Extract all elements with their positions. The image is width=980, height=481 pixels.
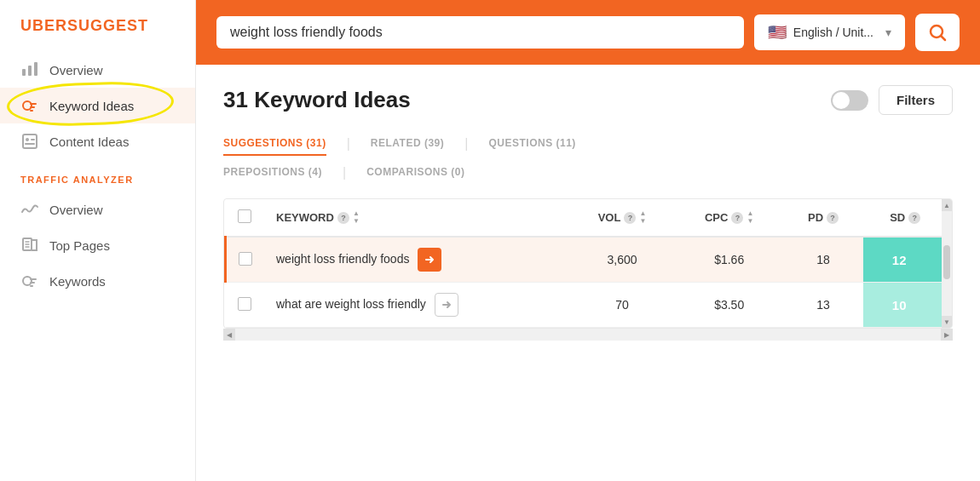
row1-link-button[interactable]	[418, 248, 441, 272]
vertical-scrollbar[interactable]: ▲ ▼	[942, 199, 952, 328]
sidebar-item-keyword-ideas[interactable]: Keyword Ideas	[0, 88, 195, 123]
search-input-wrapper[interactable]: weight loss friendly foods	[216, 16, 744, 49]
th-pd-label: PD	[808, 211, 823, 224]
svg-rect-0	[22, 69, 26, 76]
cpc-help-icon[interactable]: ?	[731, 212, 743, 224]
traffic-analyzer-title: TRAFFIC ANALYZER	[0, 159, 195, 192]
chart-bar-icon	[20, 60, 39, 79]
keyword-sort-icon[interactable]: ▲▼	[353, 210, 360, 225]
svg-rect-4	[30, 103, 37, 105]
header-checkbox[interactable]	[238, 209, 251, 223]
row2-link-button[interactable]	[435, 293, 458, 317]
th-vol: VOL ? ▲▼	[568, 199, 675, 237]
sidebar-item-overview[interactable]: Overview	[0, 52, 195, 88]
svg-point-12	[23, 277, 32, 285]
row1-cpc: $1.66	[676, 237, 783, 283]
sidebar-item-top-pages[interactable]: Top Pages	[0, 227, 195, 263]
th-checkbox	[226, 199, 265, 237]
sidebar-item-top-pages-label: Top Pages	[49, 238, 110, 253]
th-cpc-label: CPC	[705, 211, 728, 224]
sidebar-item-content-ideas[interactable]: Content Ideas	[0, 123, 195, 159]
svg-rect-1	[28, 66, 32, 76]
tab-comparisons[interactable]: COMPARISONS (0)	[366, 161, 464, 185]
svg-point-8	[26, 138, 29, 141]
search-query-text: weight loss friendly foods	[230, 25, 383, 40]
keyword-help-icon[interactable]: ?	[337, 212, 349, 224]
svg-rect-6	[30, 110, 33, 112]
keyword-table: KEYWORD ? ▲▼ VOL ?	[224, 199, 952, 328]
svg-rect-5	[30, 106, 35, 108]
scroll-right-arrow[interactable]: ▶	[941, 329, 953, 341]
language-text: English / Unit...	[793, 26, 873, 39]
tab-divider-3: |	[343, 165, 346, 180]
th-vol-label: VOL	[598, 211, 621, 224]
scroll-down-arrow[interactable]: ▼	[942, 316, 952, 328]
row1-keyword-text: weight loss friendly foods	[276, 251, 409, 268]
svg-rect-14	[30, 282, 35, 283]
search-bar: weight loss friendly foods 🇺🇸 English / …	[196, 0, 980, 65]
th-keyword-label: KEYWORD	[276, 211, 334, 224]
table-header-row: KEYWORD ? ▲▼ VOL ?	[226, 199, 953, 237]
svg-rect-7	[23, 135, 37, 148]
vol-sort-icon[interactable]: ▲▼	[639, 210, 646, 225]
table-row: what are weight loss friendly 70 $3.50 1…	[226, 283, 953, 328]
scroll-track	[943, 211, 951, 316]
sidebar-item-traffic-overview-label: Overview	[49, 203, 103, 217]
row1-checkbox-cell	[226, 237, 265, 283]
keyword-table-wrapper: KEYWORD ? ▲▼ VOL ?	[223, 198, 953, 329]
scroll-left-arrow[interactable]: ◀	[223, 329, 235, 341]
horizontal-scrollbar[interactable]: ◀ ▶	[223, 329, 953, 341]
svg-rect-15	[30, 285, 33, 287]
sidebar-item-overview-label: Overview	[49, 63, 103, 77]
vol-help-icon[interactable]: ?	[624, 212, 636, 224]
h-scroll-track	[235, 330, 941, 339]
content-icon	[20, 132, 39, 151]
svg-point-3	[23, 101, 32, 110]
th-sd-label: SD	[890, 211, 905, 224]
keyword-count-title: 31 Keyword Ideas	[223, 87, 411, 113]
row1-pd: 18	[783, 237, 864, 283]
tab-divider-2: |	[464, 136, 468, 152]
tab-divider-1: |	[347, 136, 350, 152]
row2-sd: 10	[863, 283, 952, 328]
scroll-thumb[interactable]	[943, 245, 950, 279]
cpc-sort-icon[interactable]: ▲▼	[747, 210, 753, 225]
tab-questions[interactable]: QUESTIONS (11)	[488, 132, 575, 156]
tab-prepositions[interactable]: PREPOSITIONS (4)	[223, 161, 322, 185]
row1-checkbox[interactable]	[239, 252, 252, 266]
flag-icon: 🇺🇸	[768, 23, 787, 42]
sidebar-item-content-ideas-label: Content Ideas	[49, 135, 129, 149]
main-content: weight loss friendly foods 🇺🇸 English / …	[196, 0, 980, 481]
sidebar-item-traffic-overview[interactable]: Overview	[0, 192, 195, 227]
th-cpc: CPC ? ▲▼	[676, 199, 783, 237]
row1-sd: 12	[863, 237, 952, 283]
content-area: 31 Keyword Ideas Filters SUGGESTIONS (31…	[196, 65, 980, 481]
sidebar-logo: UBERSUGGEST	[0, 17, 195, 52]
filters-button[interactable]: Filters	[879, 85, 953, 115]
tab-suggestions[interactable]: SUGGESTIONS (31)	[223, 132, 326, 156]
tab-related[interactable]: RELATED (39)	[371, 132, 444, 156]
scroll-up-arrow[interactable]: ▲	[942, 199, 952, 211]
sub-tabs-row2: PREPOSITIONS (4) | COMPARISONS (0)	[223, 161, 953, 185]
table-row: weight loss friendly foods 3,600 $1.66 1…	[226, 237, 953, 283]
sidebar-item-keywords[interactable]: Keywords	[0, 263, 195, 299]
filters-row: Filters	[831, 85, 953, 115]
pd-help-icon[interactable]: ?	[827, 212, 839, 224]
row2-checkbox[interactable]	[238, 297, 251, 311]
wave-icon	[20, 200, 39, 219]
svg-rect-9	[31, 139, 35, 140]
language-selector[interactable]: 🇺🇸 English / Unit... ▾	[754, 14, 905, 50]
sidebar-item-keyword-ideas-label: Keyword Ideas	[49, 99, 134, 113]
row2-vol: 70	[568, 283, 675, 328]
svg-rect-13	[30, 278, 37, 280]
keyword-icon	[20, 96, 39, 115]
sidebar: UBERSUGGEST Overview Keyword Ideas	[0, 0, 196, 481]
search-button[interactable]	[915, 14, 960, 51]
sidebar-item-keywords-label: Keywords	[49, 274, 106, 289]
row1-keyword-cell: weight loss friendly foods	[264, 237, 568, 283]
svg-rect-10	[25, 143, 35, 145]
filters-toggle[interactable]	[831, 90, 868, 111]
sd-help-icon[interactable]: ?	[908, 212, 920, 224]
row2-cpc: $3.50	[676, 283, 783, 328]
svg-rect-2	[34, 62, 37, 76]
